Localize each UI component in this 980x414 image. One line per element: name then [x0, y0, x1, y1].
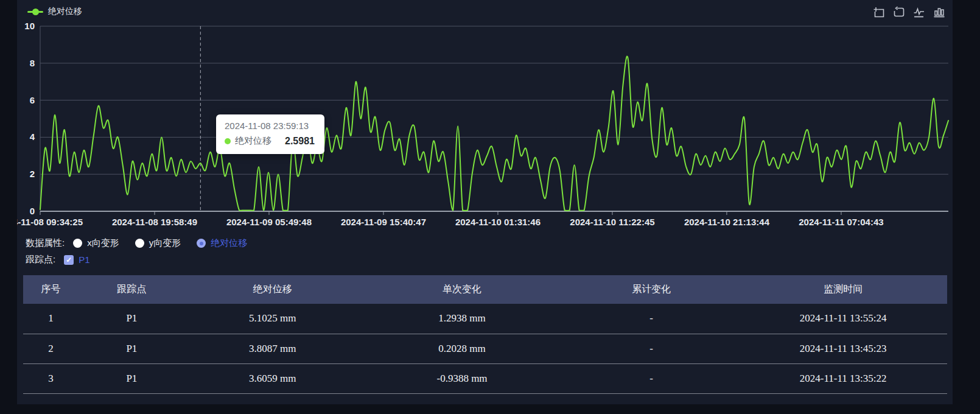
table-cell: 1.2938 mm — [360, 304, 564, 334]
table-cell: -0.9388 mm — [360, 363, 564, 393]
radio-option-y向变形[interactable]: y向变形 — [135, 237, 181, 249]
table-header-cell: 监测时间 — [739, 275, 947, 304]
x-axis-label: 2024-11-10 11:22:45 — [570, 217, 654, 227]
chart-plot-area[interactable]: 02468102024-11-08 09:34:252024-11-08 19:… — [17, 0, 953, 231]
tracking-point-label: 跟踪点: — [26, 254, 55, 265]
table-cell: - — [564, 304, 739, 334]
table-row: 1P15.1025 mm1.2938 mm-2024-11-11 13:55:2… — [23, 304, 947, 334]
x-axis-label: 2024-11-10 01:31:46 — [455, 217, 541, 227]
measurement-table: 序号跟踪点绝对位移单次变化累计变化监测时间 1P15.1025 mm1.2938… — [23, 275, 947, 394]
legend-line-marker — [27, 11, 43, 13]
checkbox-checked-icon[interactable]: ✓ — [64, 255, 74, 265]
checkbox-option-label: P1 — [79, 254, 89, 265]
table-cell: 3.8087 mm — [185, 334, 360, 363]
table-row: 3P13.6059 mm-0.9388 mm-2024-11-11 13:35:… — [23, 363, 947, 393]
x-axis-label: 2024-11-08 19:58:49 — [112, 217, 197, 227]
y-axis-label: 8 — [30, 58, 35, 68]
x-axis-label: 2024-11-11 07:04:43 — [799, 217, 883, 227]
measurement-table-wrap: 序号跟踪点绝对位移单次变化累计变化监测时间 1P15.1025 mm1.2938… — [23, 275, 947, 394]
table-header-cell: 累计变化 — [564, 275, 739, 304]
x-axis-label: 2024-11-10 21:13:44 — [684, 217, 770, 227]
chart-legend[interactable]: 绝对位移 — [27, 6, 82, 17]
table-cell: 3.6059 mm — [185, 363, 360, 393]
x-axis-label: 2024-11-09 15:40:47 — [341, 217, 426, 227]
table-cell: 2 — [23, 334, 79, 363]
chart-toolbox — [873, 6, 945, 18]
radio-option-x向变形[interactable]: x向变形 — [73, 237, 119, 249]
radio-option-label: 绝对位移 — [211, 237, 247, 249]
data-attribute-label: 数据属性: — [26, 237, 65, 249]
radio-option-label: y向变形 — [149, 237, 181, 249]
table-header-cell: 单次变化 — [360, 275, 564, 304]
table-cell: 2024-11-11 13:45:23 — [739, 334, 947, 363]
radio-checked-icon[interactable] — [197, 239, 206, 248]
restore-icon[interactable] — [893, 6, 905, 18]
radio-unchecked-icon[interactable] — [73, 239, 82, 248]
table-cell: 5.1025 mm — [185, 304, 360, 334]
table-header-cell: 跟踪点 — [79, 275, 185, 304]
table-cell: 2024-11-11 13:35:22 — [739, 363, 947, 393]
table-cell: 0.2028 mm — [360, 334, 564, 363]
checkbox-option-P1[interactable]: ✓P1 — [64, 254, 89, 265]
table-cell: - — [564, 334, 739, 363]
table-cell: P1 — [79, 363, 185, 393]
table-cell: P1 — [79, 304, 185, 334]
chart-controls: 数据属性: x向变形y向变形绝对位移 跟踪点: ✓P1 — [17, 231, 953, 268]
table-header-cell: 序号 — [23, 275, 79, 304]
monitoring-panel: 绝对位移 — [17, 0, 953, 404]
radio-option-label: x向变形 — [87, 237, 119, 249]
bar-chart-icon[interactable] — [933, 6, 945, 18]
y-axis-label: 0 — [30, 206, 35, 216]
radio-unchecked-icon[interactable] — [135, 239, 144, 248]
table-cell: 1 — [23, 304, 79, 334]
y-axis-label: 10 — [24, 21, 35, 31]
data-zoom-icon[interactable] — [873, 6, 885, 18]
table-cell: 2024-11-11 13:55:24 — [739, 304, 947, 334]
table-row: 2P13.8087 mm0.2028 mm-2024-11-11 13:45:2… — [23, 334, 947, 363]
table-header-cell: 绝对位移 — [185, 275, 360, 304]
data-attribute-row: 数据属性: x向变形y向变形绝对位移 — [26, 235, 953, 251]
series-line-absolute-displacement[interactable] — [40, 56, 948, 210]
line-chart-icon[interactable] — [913, 6, 925, 18]
displacement-chart[interactable]: 绝对位移 — [17, 0, 953, 231]
y-axis-label: 2 — [30, 169, 35, 179]
radio-option-绝对位移[interactable]: 绝对位移 — [197, 237, 247, 249]
y-axis-label: 6 — [30, 95, 35, 105]
table-header-row: 序号跟踪点绝对位移单次变化累计变化监测时间 — [23, 275, 947, 304]
x-axis-label: 2024-11-09 05:49:48 — [226, 217, 312, 227]
y-axis-label: 4 — [30, 132, 35, 142]
table-cell: P1 — [79, 334, 185, 363]
tracking-point-row: 跟踪点: ✓P1 — [26, 251, 953, 268]
legend-label: 绝对位移 — [48, 6, 82, 17]
table-cell: - — [564, 363, 739, 393]
x-axis-label: 2024-11-08 09:34:25 — [17, 217, 83, 227]
table-cell: 3 — [23, 363, 79, 393]
